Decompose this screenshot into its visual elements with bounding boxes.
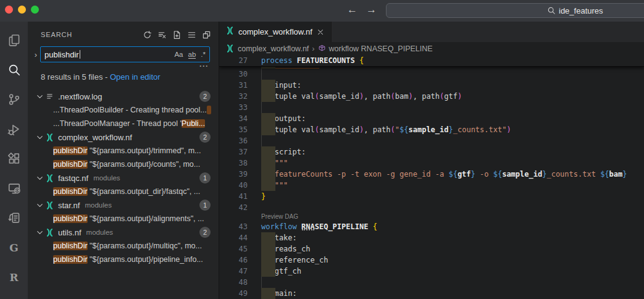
code-line: 47 gtf_ch — [219, 266, 644, 277]
search-input[interactable]: publishdir Aa ab .* — [40, 46, 210, 62]
chevron-down-icon[interactable] — [35, 133, 45, 142]
toggle-search-details-icon[interactable]: ··· — [199, 62, 209, 70]
chevron-down-icon[interactable] — [35, 174, 45, 183]
chevron-down-icon[interactable] — [35, 92, 45, 101]
view-as-list-icon[interactable] — [187, 30, 196, 40]
tab-bar: complex_workflow.nf — [219, 22, 644, 42]
close-window-button[interactable] — [5, 6, 13, 14]
nextflow-file-icon — [45, 201, 56, 210]
line-number[interactable]: 35 — [219, 124, 248, 135]
search-result-file-row[interactable]: .nextflow.log2 — [28, 90, 219, 103]
code-line: 36 — [219, 135, 644, 146]
search-sidebar: SEARCH › publishdir Aa ab .* — [28, 22, 219, 299]
collapse-all-icon[interactable] — [202, 30, 211, 40]
line-number[interactable]: 30 — [219, 69, 248, 80]
toggle-replace-chevron[interactable]: › — [31, 50, 40, 59]
code-line: 34 output: — [219, 113, 644, 124]
code-line: 33 — [219, 102, 644, 113]
code-line: 44 take: — [219, 232, 644, 243]
line-number[interactable]: 48 — [219, 277, 248, 288]
search-match-row[interactable]: ...ThreadPoolManager - Thread pool 'Publ… — [28, 117, 219, 130]
line-number[interactable]: 42 — [219, 202, 248, 213]
search-result-file-row[interactable]: fastqc.nfmodules1 — [28, 171, 219, 185]
code-line: 37 script: — [219, 146, 644, 158]
tab-complex-workflow[interactable]: complex_workflow.nf — [219, 22, 332, 42]
activity-gitlens-icon[interactable]: G — [0, 233, 28, 263]
command-center[interactable]: ide_features — [386, 3, 644, 18]
search-match-row[interactable]: publishDir "${params.output}/trimmed", m… — [28, 144, 219, 158]
regex-toggle[interactable]: .* — [201, 51, 206, 59]
search-match-row[interactable]: publishDir "${params.output_dir}/fastqc"… — [28, 185, 219, 198]
search-result-file-row[interactable]: complex_workflow.nf2 — [28, 130, 219, 144]
line-number[interactable]: 38 — [219, 158, 248, 169]
refresh-icon[interactable] — [143, 30, 152, 40]
nextflow-file-icon — [45, 228, 56, 237]
match-count-badge: 2 — [199, 132, 211, 143]
search-icon — [547, 6, 556, 15]
search-result-file-row[interactable]: star.nfmodules1 — [28, 198, 219, 212]
line-number[interactable]: 41 — [219, 191, 248, 202]
zoom-window-button[interactable] — [31, 6, 39, 14]
code-lines: 3031 input:32 tuple val(sample_id), path… — [219, 69, 644, 299]
search-match-row[interactable]: ...ThreadPoolBuilder - Creating thread p… — [28, 103, 219, 117]
match-count-badge: 1 — [199, 172, 211, 183]
chevron-down-icon[interactable] — [35, 228, 45, 237]
line-number[interactable]: 43 — [219, 221, 248, 232]
line-number[interactable]: 45 — [219, 243, 248, 255]
search-results-tree: .nextflow.log2...ThreadPoolBuilder - Cre… — [28, 90, 219, 266]
window-controls — [5, 6, 39, 14]
line-number[interactable]: 37 — [219, 146, 248, 158]
match-case-toggle[interactable]: Aa — [174, 51, 183, 59]
code-line: 49 main: — [219, 288, 644, 299]
close-tab-icon[interactable] — [316, 28, 325, 36]
code-area[interactable]: 27process FEATURECOUNTS { publishDir "${… — [219, 55, 644, 299]
clear-search-results-icon[interactable] — [157, 30, 167, 40]
sticky-scroll-line[interactable]: 27process FEATURECOUNTS { — [219, 55, 644, 67]
activity-search-icon[interactable] — [0, 55, 28, 85]
line-number[interactable]: 49 — [219, 288, 248, 299]
activity-task-explorer-icon[interactable] — [0, 203, 28, 233]
activity-extensions-icon[interactable] — [0, 144, 28, 174]
line-number[interactable]: 44 — [219, 232, 248, 243]
results-summary: 8 results in 5 files - Open in editor — [41, 72, 219, 85]
line-number[interactable]: 46 — [219, 255, 248, 266]
activity-source-control-icon[interactable] — [0, 85, 28, 114]
code-line: 35 tuple val(sample_id), path("${sample_… — [219, 124, 644, 135]
log-file-icon — [45, 91, 56, 102]
search-actions — [143, 30, 211, 40]
breadcrumb-file[interactable]: complex_workflow.nf — [238, 44, 309, 53]
activity-remote-explorer-icon[interactable] — [0, 174, 28, 203]
code-line: 30 — [219, 69, 644, 80]
code-line: 45 reads_ch — [219, 243, 644, 255]
code-line: 32 tuple val(sample_id), path(bam), path… — [219, 91, 644, 102]
line-number[interactable]: 34 — [219, 113, 248, 124]
code-line: 46 reference_ch — [219, 255, 644, 266]
line-number[interactable]: 36 — [219, 135, 248, 146]
line-number[interactable]: 40 — [219, 180, 248, 191]
line-number[interactable]: 39 — [219, 169, 248, 180]
search-match-row[interactable]: publishDir "${params.output}/multiqc", m… — [28, 239, 219, 253]
activity-run-and-debug-icon[interactable] — [0, 114, 28, 144]
line-number[interactable]: 31 — [219, 80, 248, 91]
codelens-preview-dag[interactable]: Preview DAG — [219, 213, 644, 221]
line-number[interactable]: 27 — [219, 55, 248, 66]
minimize-window-button[interactable] — [18, 6, 26, 14]
search-match-row[interactable]: publishDir "${params.output}/counts", mo… — [28, 158, 219, 171]
open-in-editor-link[interactable]: Open in editor — [110, 72, 161, 82]
search-match-row[interactable]: publishDir "${params.output}/alignments"… — [28, 212, 219, 225]
line-number[interactable]: 33 — [219, 102, 248, 113]
whole-word-toggle[interactable]: ab — [188, 51, 196, 59]
breadcrumb-symbol[interactable]: workflow RNASEQ_PIPELINE — [329, 44, 433, 53]
line-number[interactable]: 32 — [219, 91, 248, 102]
open-new-search-editor-icon[interactable] — [172, 30, 182, 40]
activity-r-language-icon[interactable]: R — [0, 263, 28, 292]
search-result-file-row[interactable]: utils.nfmodules2 — [28, 225, 219, 239]
nextflow-file-icon — [225, 26, 235, 38]
search-match-row[interactable]: publishDir "${params.output}/pipeline_in… — [28, 253, 219, 266]
back-button[interactable]: ← — [347, 4, 358, 16]
line-number[interactable]: 47 — [219, 266, 248, 277]
chevron-down-icon[interactable] — [35, 201, 45, 210]
activity-explorer-icon[interactable] — [0, 25, 28, 55]
forward-button[interactable]: → — [366, 4, 377, 16]
match-count-badge: 1 — [199, 200, 211, 211]
